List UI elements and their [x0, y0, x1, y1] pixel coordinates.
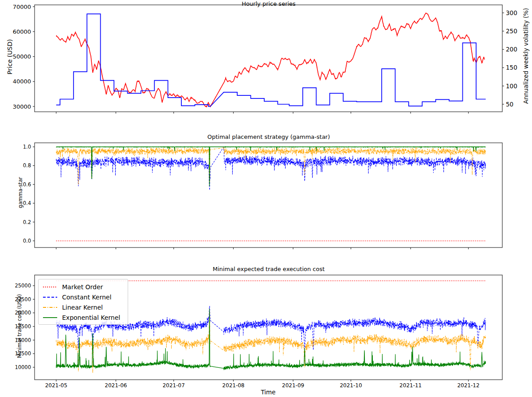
panel-1-right-ticks: 50100150200250300: [502, 9, 517, 108]
panel-1-y-ticks: 3000040000500006000070000: [13, 4, 35, 110]
panel-2-border: [35, 143, 502, 248]
svg-text:0.4: 0.4: [23, 200, 31, 206]
legend: Market OrderConstant KernelLinear Kernel…: [38, 279, 128, 325]
panel2-ylabel: gamma-star: [17, 126, 23, 259]
legend-item: Market Order: [39, 282, 128, 292]
svg-text:40000: 40000: [13, 78, 31, 85]
svg-text:0.0: 0.0: [23, 238, 31, 244]
svg-text:2021-07: 2021-07: [163, 382, 185, 389]
legend-line-dashed-icon: [43, 294, 58, 300]
chart-canvas: 3000040000500006000070000501001502002503…: [0, 0, 532, 397]
legend-label: Exponential Kernel: [62, 314, 120, 321]
svg-text:2021-09: 2021-09: [282, 382, 304, 389]
svg-text:1.0: 1.0: [23, 144, 31, 150]
svg-text:50: 50: [506, 101, 513, 108]
series-price: [56, 13, 485, 107]
legend-item: Constant Kernel: [39, 292, 128, 302]
legend-item: Linear Kernel: [39, 302, 128, 312]
panel1-ylabel-left: Price (USD): [7, 0, 13, 123]
panel1-ylabel-right: Annualized weekly volatility (%): [523, 0, 529, 122]
legend-label: Constant Kernel: [62, 294, 111, 301]
svg-text:300: 300: [506, 9, 517, 16]
panel-1-plot-area: [56, 13, 486, 107]
svg-text:2021-08: 2021-08: [222, 382, 244, 389]
panel-2-y-ticks: 0.00.20.40.60.81.0: [23, 144, 35, 244]
svg-text:250: 250: [506, 28, 517, 35]
figure: 3000040000500006000070000501001502002503…: [0, 0, 532, 397]
svg-text:200: 200: [506, 46, 517, 53]
svg-text:2021-12: 2021-12: [457, 382, 479, 389]
legend-label: Market Order: [62, 283, 103, 291]
svg-text:2021-06: 2021-06: [105, 382, 127, 389]
svg-text:60000: 60000: [13, 28, 31, 35]
panel3-ylabel: Minimal trade cost (USD): [16, 259, 23, 393]
svg-text:30000: 30000: [13, 103, 31, 110]
legend-line-solid-icon: [43, 314, 58, 321]
panel1-title: Hourly price series: [136, 1, 402, 7]
legend-line-dashdot-icon: [43, 304, 58, 311]
svg-text:0.8: 0.8: [23, 162, 31, 169]
legend-label: Linear Kernel: [62, 304, 103, 311]
svg-text:2021-05: 2021-05: [45, 382, 67, 389]
x-axis-label: Time: [202, 389, 335, 396]
svg-text:2021-10: 2021-10: [340, 382, 362, 389]
panel-2-plot-area: [56, 147, 486, 241]
panel3-title: Minimal expected trade execution cost: [136, 266, 402, 272]
svg-text:2021-11: 2021-11: [399, 382, 422, 389]
svg-text:50000: 50000: [13, 53, 31, 60]
svg-text:70000: 70000: [13, 4, 31, 10]
panel-1-x-ticks: [56, 112, 469, 114]
svg-text:0.2: 0.2: [23, 219, 31, 225]
legend-item: Exponential Kernel: [39, 312, 128, 322]
panel2-title: Optimal placement strategy (gamma-star): [136, 134, 402, 140]
svg-text:100: 100: [506, 83, 517, 90]
svg-text:150: 150: [506, 64, 517, 71]
series-linear-kernel-gamma: [56, 147, 486, 185]
svg-text:0.6: 0.6: [23, 181, 31, 188]
legend-line-dotted-icon: [43, 284, 58, 290]
panel-3-x-ticks: 2021-052021-062021-072021-082021-092021-…: [45, 380, 480, 389]
